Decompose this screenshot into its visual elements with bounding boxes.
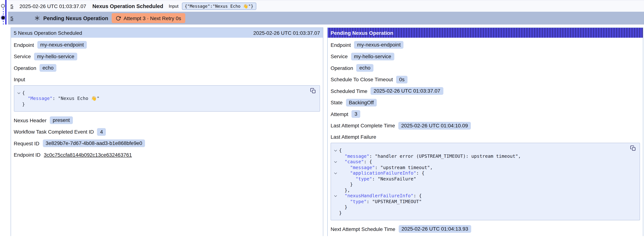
field-label: Service	[330, 54, 348, 59]
input-label: Input	[169, 4, 178, 8]
json-line: {	[17, 90, 305, 96]
event-row-pending[interactable]: 5 Pending Nexus Operation Attempt 3 · Ne…	[8, 12, 644, 24]
json-line: "type": "UPSTREAM_TIMEOUT"	[334, 198, 625, 204]
chevron-down-icon[interactable]	[334, 176, 339, 182]
field-label: Endpoint	[330, 42, 351, 48]
event-id-link[interactable]: 5	[10, 15, 13, 21]
chevron-down-icon[interactable]	[334, 170, 339, 176]
chevron-down-icon[interactable]	[17, 101, 22, 107]
detail-field: State BackingOff	[330, 99, 640, 106]
json-line: "cause": {	[334, 159, 625, 164]
event-id-link[interactable]: 5	[10, 3, 13, 9]
chevron-down-icon[interactable]	[334, 148, 339, 153]
field-value-chip: echo	[356, 64, 374, 72]
field-value-chip: my-hello-service	[34, 52, 77, 60]
json-line: "message": "upstream timeout",	[334, 164, 625, 170]
field-label: State	[330, 100, 342, 106]
pending-operation-panel: Pending Nexus Operation Endpoint my-nexu…	[327, 28, 643, 236]
copy-icon	[310, 88, 316, 94]
field-label: Next Attempt Schedule Time	[330, 226, 395, 232]
chevron-down-icon[interactable]	[334, 164, 339, 170]
fields-bottom: Nexus Header present Workflow Task Compl…	[14, 116, 320, 147]
asterisk-icon	[34, 15, 40, 21]
field-value-chip: 3	[352, 110, 360, 118]
field-value-chip: my-nexus-endpoint	[37, 41, 87, 49]
field-label: Scheduled Time	[330, 88, 368, 94]
event-timestamp: 2025-02-26 UTC 01:03:37.07	[20, 3, 86, 9]
field-value-chip: 0s	[396, 76, 408, 83]
json-line: },	[334, 187, 625, 193]
rotate-cw-icon	[116, 16, 121, 21]
detail-field: Endpoint my-nexus-endpoint	[14, 41, 320, 49]
field-value-chip: 2025-02-26 UTC 01:03:37.07	[371, 87, 443, 95]
field-value-chip: my-nexus-endpoint	[354, 41, 404, 49]
chevron-down-icon[interactable]	[334, 187, 339, 193]
app-viewport: 5 2025-02-26 UTC 01:03:37.07 Nexus Opera…	[0, 0, 644, 239]
field-value-chip: 2025-02-26 UTC 01:04:10.09	[398, 122, 471, 130]
field-label: Endpoint	[14, 42, 34, 48]
copy-button[interactable]	[310, 88, 316, 94]
field-value-chip: BackingOff	[346, 99, 376, 106]
event-title: Nexus Operation Scheduled	[92, 3, 163, 9]
chevron-down-icon[interactable]	[334, 159, 339, 164]
field-label: Attempt	[330, 111, 348, 117]
field-label: Last Attempt Complete Time	[330, 122, 395, 128]
field-label: Workflow Task Completed Event ID	[14, 129, 94, 135]
input-section-label: Input	[14, 76, 320, 83]
detail-field: Scheduled Time 2025-02-26 UTC 01:03:37.0…	[330, 87, 640, 95]
detail-field: Last Attempt Complete Time 2025-02-26 UT…	[330, 122, 640, 130]
event-detail-panels: 5 Nexus Operation Scheduled 2025-02-26 U…	[10, 28, 644, 236]
field-value-chip: 3e829b7e-7d67-4b08-aad3-b1e868bfe9e0	[43, 140, 145, 147]
json-line: }	[334, 210, 625, 216]
copy-button[interactable]	[630, 145, 636, 152]
chevron-down-icon[interactable]	[17, 90, 22, 96]
chevron-down-icon[interactable]	[334, 204, 339, 210]
next-attempt-field: Next Attempt Schedule Time 2025-02-26 UT…	[330, 225, 640, 233]
panel-timestamp: 2025-02-26 UTC 01:03:37.07	[253, 30, 320, 36]
field-label: Nexus Header	[14, 117, 46, 123]
json-line: }	[334, 182, 625, 187]
field-value-chip: 4	[97, 128, 106, 136]
field-value-chip: present	[50, 116, 73, 124]
timeline-accent-bar	[5, 0, 6, 24]
endpoint-id-link[interactable]: 3c0c75ccfa8144b092c13ce632463761	[44, 152, 132, 158]
chevron-down-icon[interactable]	[334, 210, 339, 216]
field-value-chip: 2025-02-26 UTC 01:04:13.93	[398, 225, 471, 233]
chevron-down-icon[interactable]	[334, 153, 339, 159]
json-line: }	[334, 204, 625, 210]
json-line: {	[334, 148, 625, 153]
filled-circle-marker-icon	[2, 16, 5, 19]
field-label: Operation	[14, 65, 36, 71]
field-label: Operation	[330, 65, 353, 71]
detail-field: Request ID 3e829b7e-7d67-4b08-aad3-b1e86…	[14, 140, 320, 147]
fields-top: Endpoint my-nexus-endpoint Service my-he…	[14, 41, 320, 72]
pending-event-title: Pending Nexus Operation	[44, 15, 108, 21]
detail-field: Attempt 3	[330, 110, 640, 118]
failure-section-label: Last Attempt Failure	[330, 133, 640, 141]
json-line: "applicationFailureInfo": {	[334, 170, 625, 176]
chevron-down-icon[interactable]	[334, 198, 339, 204]
detail-field: Operation echo	[330, 64, 640, 72]
chevron-down-icon[interactable]	[334, 182, 339, 187]
endpoint-id-field: Endpoint ID 3c0c75ccfa8144b092c13ce63246…	[14, 151, 320, 159]
open-circle-marker-icon	[1, 4, 5, 8]
detail-field: Schedule To Close Timeout 0s	[330, 76, 640, 83]
event-timeline-gutter	[0, 0, 8, 26]
field-label: Service	[14, 54, 31, 59]
json-line: "nexusHandlerFailureInfo": {	[334, 193, 625, 198]
input-preview-badge[interactable]: {"Message":"Nexus Echo 👋"}	[182, 2, 256, 10]
pending-panel-header: Pending Nexus Operation	[328, 28, 643, 38]
field-value-chip: echo	[40, 64, 56, 72]
json-line: "Message": "Nexus Echo 👋"	[17, 96, 305, 101]
failure-json-block: { "message": "handler error (UPSTREAM_TI…	[330, 143, 640, 220]
detail-field: Service my-hello-service	[14, 52, 320, 60]
field-label: Endpoint ID	[14, 152, 40, 158]
detail-field: Workflow Task Completed Event ID 4	[14, 128, 320, 136]
panel-title: Pending Nexus Operation	[330, 30, 393, 36]
detail-field: Nexus Header present	[14, 116, 320, 124]
event-row-scheduled[interactable]: 5 2025-02-26 UTC 01:03:37.07 Nexus Opera…	[8, 0, 644, 12]
event-history-rows: 5 2025-02-26 UTC 01:03:37.07 Nexus Opera…	[8, 0, 644, 24]
detail-field: Operation echo	[14, 64, 320, 72]
chevron-down-icon[interactable]	[17, 96, 22, 101]
chevron-down-icon[interactable]	[334, 193, 339, 198]
